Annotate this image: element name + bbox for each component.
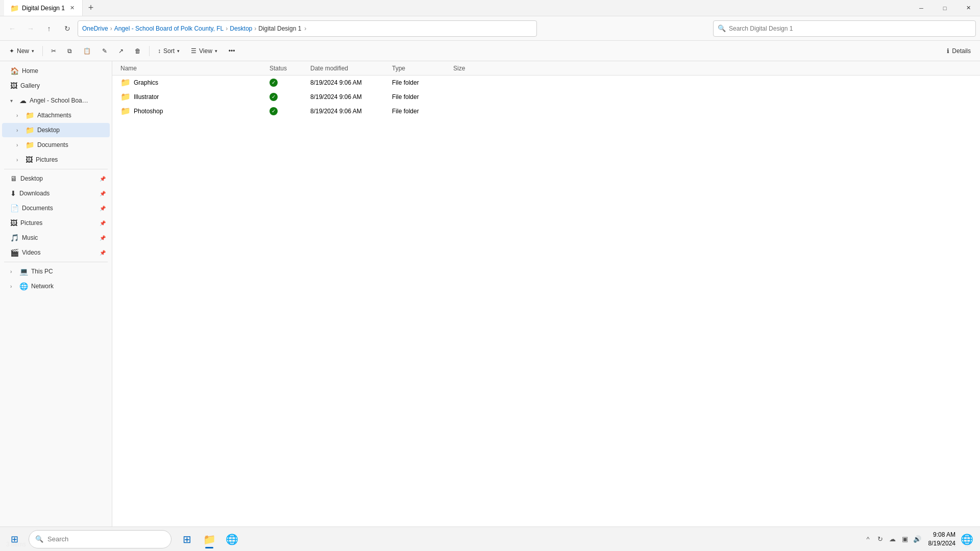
column-date[interactable]: Date modified bbox=[310, 65, 392, 72]
sidebar-item-pictures[interactable]: › 🖼 Pictures bbox=[2, 153, 110, 167]
thispc-icon: 💻 bbox=[19, 267, 28, 276]
expand-arrow-icon: › bbox=[10, 269, 16, 274]
sidebar-item-home[interactable]: 🏠 Home bbox=[2, 64, 110, 78]
start-icon: ⊞ bbox=[11, 534, 18, 545]
cut-icon: ✂ bbox=[51, 47, 56, 55]
delete-icon: 🗑 bbox=[135, 47, 141, 55]
sidebar-item-thispc[interactable]: › 💻 This PC bbox=[2, 264, 110, 279]
folder-icon: 📁 bbox=[26, 111, 34, 119]
table-row[interactable]: 📁 Photoshop ✓ 8/19/2024 9:06 AM File fol… bbox=[112, 104, 980, 118]
sidebar-item-attachments[interactable]: › 📁 Attachments bbox=[2, 108, 110, 122]
paste-button[interactable]: 📋 bbox=[78, 43, 96, 59]
sidebar-item-videos[interactable]: 🎬 Videos 📌 bbox=[2, 245, 110, 260]
taskbar: ⊞ 🔍 ⊞ 📁 🌐 ^ ↻ ☁ ▣ 🔊 9:08 AM 8/19/2024 🌐 bbox=[0, 527, 980, 551]
delete-button[interactable]: 🗑 bbox=[130, 43, 146, 59]
search-input[interactable] bbox=[729, 25, 971, 32]
rename-button[interactable]: ✎ bbox=[97, 43, 112, 59]
breadcrumb-school[interactable]: Angel - School Board of Polk County, FL bbox=[114, 25, 224, 32]
share-icon: ↗ bbox=[118, 47, 124, 55]
videos-icon: 🎬 bbox=[10, 248, 19, 257]
tab-close-button[interactable]: ✕ bbox=[68, 4, 76, 12]
up-button[interactable]: ↑ bbox=[41, 20, 57, 37]
tray-taskview-icon[interactable]: ▣ bbox=[900, 534, 910, 544]
tab-folder-icon: 📁 bbox=[10, 4, 19, 12]
tray-chevron[interactable]: ^ bbox=[863, 534, 873, 544]
back-button[interactable]: ← bbox=[4, 20, 20, 37]
toolbar-separator-2 bbox=[149, 46, 150, 56]
status-check-icon: ✓ bbox=[270, 107, 278, 115]
forward-button[interactable]: → bbox=[22, 20, 39, 37]
tray-time-value: 9:08 AM bbox=[928, 531, 955, 539]
cloud-icon: ☁ bbox=[19, 96, 27, 105]
taskbar-edge[interactable]: 🌐 bbox=[222, 529, 242, 549]
sidebar-item-documents-qa[interactable]: 📄 Documents 📌 bbox=[2, 201, 110, 215]
tray-colorball[interactable]: 🌐 bbox=[962, 534, 972, 544]
search-box: 🔍 bbox=[713, 20, 976, 37]
expand-arrow-icon: › bbox=[10, 284, 16, 289]
tray-refresh-icon[interactable]: ↻ bbox=[875, 534, 886, 544]
sidebar-item-pictures-qa[interactable]: 🖼 Pictures 📌 bbox=[2, 216, 110, 230]
sidebar-item-angel-school[interactable]: ▾ ☁ Angel - School Boa… bbox=[2, 93, 110, 108]
more-button[interactable]: ••• bbox=[224, 43, 240, 59]
taskbar-file-explorer[interactable]: 📁 bbox=[199, 529, 219, 549]
tray-onedrive-icon[interactable]: ☁ bbox=[888, 534, 898, 544]
column-status[interactable]: Status bbox=[270, 65, 310, 72]
taskbar-search-input[interactable] bbox=[47, 535, 165, 543]
title-bar: 📁 Digital Design 1 ✕ + ─ □ ✕ bbox=[0, 0, 980, 16]
sidebar-item-network[interactable]: › 🌐 Network bbox=[2, 279, 110, 293]
start-button[interactable]: ⊞ bbox=[4, 529, 24, 549]
refresh-button[interactable]: ↻ bbox=[59, 20, 76, 37]
sidebar-item-desktop-qa[interactable]: 🖥 Desktop 📌 bbox=[2, 171, 110, 186]
file-date: 8/19/2024 9:06 AM bbox=[310, 79, 392, 86]
sort-dropdown-icon: ▾ bbox=[177, 48, 180, 54]
home-icon: 🏠 bbox=[10, 67, 19, 75]
toolbar-separator-1 bbox=[42, 46, 43, 56]
sort-button[interactable]: ↕ Sort ▾ bbox=[153, 43, 185, 59]
pin-icon: 📌 bbox=[100, 220, 106, 226]
minimize-button[interactable]: ─ bbox=[910, 0, 933, 16]
sidebar-item-documents[interactable]: › 📁 Documents bbox=[2, 138, 110, 152]
table-row[interactable]: 📁 Illustrator ✓ 8/19/2024 9:06 AM File f… bbox=[112, 90, 980, 104]
pin-icon: 📌 bbox=[100, 235, 106, 241]
new-tab-button[interactable]: + bbox=[83, 0, 99, 16]
file-type: File folder bbox=[392, 108, 453, 115]
expand-arrow-icon: › bbox=[16, 113, 22, 118]
column-name[interactable]: Name bbox=[116, 65, 270, 72]
details-button[interactable]: ℹ Details bbox=[942, 43, 976, 59]
new-dropdown-icon: ▾ bbox=[32, 48, 34, 54]
cut-button[interactable]: ✂ bbox=[46, 43, 61, 59]
view-label: View bbox=[199, 47, 212, 55]
sort-icon: ↕ bbox=[158, 47, 161, 55]
sidebar-item-music[interactable]: 🎵 Music 📌 bbox=[2, 231, 110, 245]
sidebar-item-desktop[interactable]: › 📁 Desktop bbox=[2, 123, 110, 137]
file-date: 8/19/2024 9:06 AM bbox=[310, 93, 392, 101]
network-icon: 🌐 bbox=[19, 282, 28, 290]
view-button[interactable]: ☰ View ▾ bbox=[186, 43, 223, 59]
breadcrumb-desktop[interactable]: Desktop bbox=[230, 25, 252, 32]
pin-icon: 📌 bbox=[100, 176, 106, 182]
desktop-icon: 🖥 bbox=[10, 174, 17, 183]
desktop-folder-icon: 📁 bbox=[26, 126, 34, 134]
table-row[interactable]: 📁 Graphics ✓ 8/19/2024 9:06 AM File fold… bbox=[112, 76, 980, 90]
active-tab[interactable]: 📁 Digital Design 1 ✕ bbox=[4, 0, 83, 16]
tray-sound-icon[interactable]: 🔊 bbox=[912, 534, 922, 544]
pin-icon: 📌 bbox=[100, 191, 106, 196]
column-type[interactable]: Type bbox=[392, 65, 453, 72]
maximize-button[interactable]: □ bbox=[933, 0, 957, 16]
copy-button[interactable]: ⧉ bbox=[62, 43, 77, 59]
close-button[interactable]: ✕ bbox=[957, 0, 980, 16]
column-size[interactable]: Size bbox=[453, 65, 504, 72]
sidebar-item-downloads[interactable]: ⬇ Downloads 📌 bbox=[2, 186, 110, 201]
new-button[interactable]: ✦ New ▾ bbox=[4, 43, 39, 59]
share-button[interactable]: ↗ bbox=[113, 43, 129, 59]
documents-folder-icon: 📁 bbox=[26, 141, 34, 149]
pictures-icon: 🖼 bbox=[26, 156, 33, 164]
tray-clock[interactable]: 9:08 AM 8/19/2024 bbox=[924, 531, 960, 548]
breadcrumb: OneDrive › Angel - School Board of Polk … bbox=[78, 20, 537, 37]
sidebar-divider-1 bbox=[4, 169, 108, 169]
sidebar: 🏠 Home 🖼 Gallery ▾ ☁ Angel - School Boa…… bbox=[0, 61, 112, 537]
sidebar-item-gallery[interactable]: 🖼 Gallery bbox=[2, 79, 110, 93]
breadcrumb-onedrive[interactable]: OneDrive bbox=[82, 25, 108, 32]
view-dropdown-icon: ▾ bbox=[215, 48, 217, 54]
taskbar-widgets[interactable]: ⊞ bbox=[177, 529, 197, 549]
